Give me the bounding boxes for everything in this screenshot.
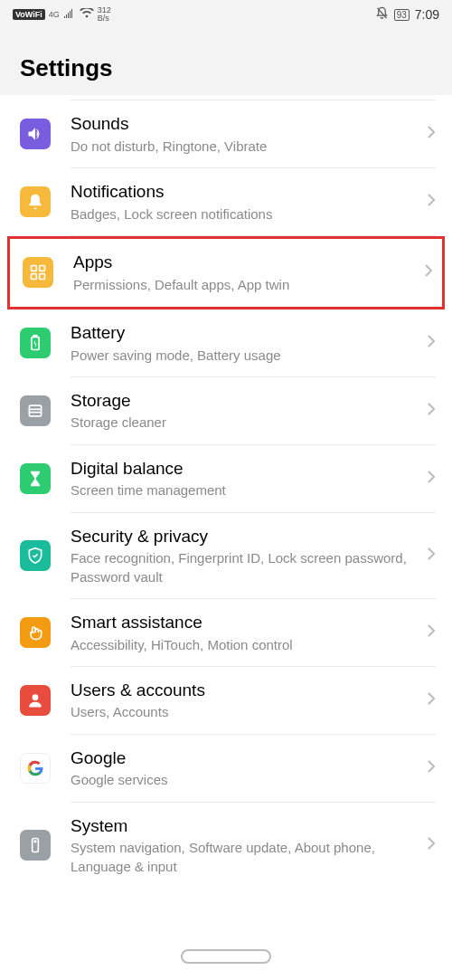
battery-indicator: 93 (394, 9, 410, 21)
svg-point-9 (33, 695, 39, 701)
page-header: Settings (0, 29, 452, 95)
chevron-right-icon (427, 547, 436, 565)
settings-list: Sounds Do not disturb, Ringtone, Vibrate… (0, 95, 452, 889)
speed-indicator: 312 B/s (98, 6, 111, 23)
svg-rect-5 (33, 336, 36, 338)
svg-point-11 (34, 841, 36, 842)
status-left: VoWiFi 4G 312 B/s (13, 6, 111, 23)
item-title: Notifications (71, 181, 418, 204)
page-title: Settings (20, 54, 432, 82)
security-icon (20, 540, 51, 571)
settings-item-notifications[interactable]: Notifications Badges, Lock screen notifi… (0, 168, 452, 236)
settings-item-storage[interactable]: Storage Storage cleaner (0, 377, 452, 445)
item-title: Users & accounts (71, 680, 418, 702)
item-subtitle: Google services (71, 771, 418, 789)
status-bar: VoWiFi 4G 312 B/s 93 7:09 (0, 0, 452, 29)
item-title: Smart assistance (71, 612, 418, 634)
item-subtitle: Badges, Lock screen notifications (71, 205, 418, 224)
digital-balance-icon (20, 463, 51, 494)
item-subtitle: System navigation, Software update, Abou… (71, 839, 418, 876)
svg-rect-2 (32, 274, 37, 280)
item-title: Security & privacy (71, 526, 418, 548)
chevron-right-icon (427, 470, 436, 488)
users-icon (20, 685, 51, 716)
settings-item-security[interactable]: Security & privacy Face recognition, Fin… (0, 513, 452, 599)
chevron-right-icon (427, 125, 436, 143)
notifications-icon (20, 186, 51, 217)
chevron-right-icon (427, 836, 436, 854)
mute-icon (375, 6, 389, 23)
vowifi-indicator: VoWiFi (13, 9, 45, 20)
google-icon (20, 753, 51, 784)
network-indicator: 4G (49, 10, 60, 19)
settings-item-sounds[interactable]: Sounds Do not disturb, Ringtone, Vibrate (0, 100, 452, 168)
signal-bars-icon (63, 8, 76, 21)
item-subtitle: Users, Accounts (71, 703, 418, 721)
chevron-right-icon (427, 402, 436, 420)
apps-icon (23, 257, 53, 288)
chevron-right-icon (424, 263, 433, 281)
storage-icon (20, 395, 51, 426)
item-subtitle: Do not disturb, Ringtone, Vibrate (71, 138, 418, 156)
battery-icon (20, 328, 51, 358)
system-icon (20, 830, 51, 861)
sounds-icon (20, 119, 51, 149)
svg-rect-3 (40, 274, 45, 280)
item-subtitle: Face recognition, Fingerprint ID, Lock s… (71, 549, 418, 586)
settings-item-users[interactable]: Users & accounts Users, Accounts (0, 667, 452, 735)
settings-item-apps[interactable]: Apps Permissions, Default apps, App twin (10, 239, 442, 307)
item-title: Storage (71, 390, 418, 413)
item-title: System (71, 815, 418, 838)
smart-assistance-icon (20, 617, 51, 648)
settings-item-battery[interactable]: Battery Power saving mode, Battery usage (0, 309, 452, 377)
settings-item-smart-assistance[interactable]: Smart assistance Accessibility, HiTouch,… (0, 599, 452, 667)
status-right: 93 7:09 (375, 6, 439, 23)
chevron-right-icon (427, 623, 436, 642)
settings-item-digital-balance[interactable]: Digital balance Screen time management (0, 445, 452, 513)
settings-item-system[interactable]: System System navigation, Software updat… (0, 803, 452, 889)
item-subtitle: Permissions, Default apps, App twin (73, 276, 415, 294)
item-title: Apps (73, 252, 415, 274)
item-subtitle: Power saving mode, Battery usage (71, 347, 418, 365)
chevron-right-icon (427, 759, 436, 777)
item-title: Google (71, 747, 418, 770)
chevron-right-icon (427, 193, 436, 211)
item-title: Digital balance (71, 458, 418, 480)
item-subtitle: Accessibility, HiTouch, Motion control (71, 636, 418, 654)
wifi-icon (80, 8, 94, 22)
item-subtitle: Storage cleaner (71, 414, 418, 432)
highlighted-item-container: Apps Permissions, Default apps, App twin (7, 236, 445, 309)
navigation-pill[interactable] (181, 949, 271, 964)
settings-item-google[interactable]: Google Google services (0, 735, 452, 803)
item-subtitle: Screen time management (71, 481, 418, 500)
svg-rect-1 (40, 266, 45, 271)
chevron-right-icon (427, 691, 436, 709)
item-title: Battery (71, 322, 418, 345)
chevron-right-icon (427, 334, 436, 352)
svg-rect-0 (32, 266, 37, 271)
svg-rect-6 (29, 405, 41, 416)
clock: 7:09 (415, 7, 439, 22)
item-title: Sounds (71, 113, 418, 136)
